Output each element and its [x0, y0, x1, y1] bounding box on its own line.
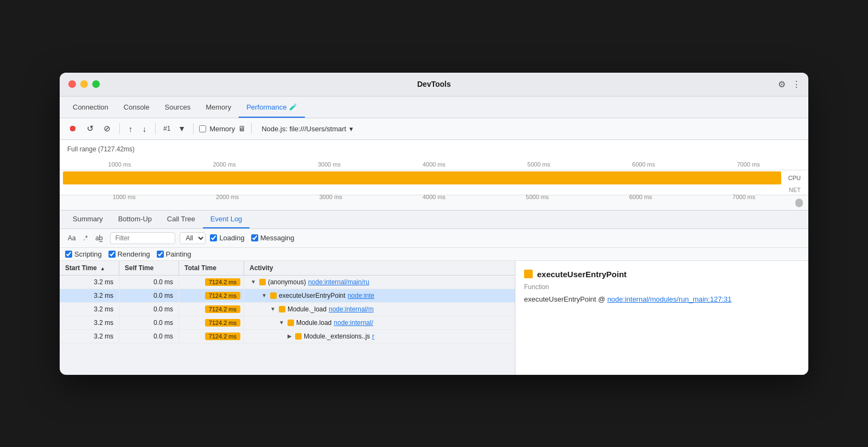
loading-checkbox[interactable] — [210, 234, 217, 241]
titlebar-actions: ⚙ ⋮ — [778, 79, 801, 90]
filter-input[interactable] — [110, 232, 175, 244]
tab-bottom-up[interactable]: Bottom-Up — [111, 210, 159, 228]
cell-activity-0: ▼ (anonymous) node:internal/main/ru — [244, 276, 515, 289]
table-row[interactable]: 3.2 ms 0.0 ms 7124.2 ms ▼ Module.load no… — [60, 316, 515, 330]
timeline-full-range: Full range (7127.42ms) — [60, 143, 808, 154]
table-row[interactable]: 3.2 ms 0.0 ms 7124.2 ms ▼ Module._load n… — [60, 303, 515, 316]
cell-start-2: 3.2 ms — [60, 303, 119, 316]
memory-label[interactable]: Memory — [209, 125, 235, 133]
expand-btn-1[interactable]: ▼ — [260, 292, 268, 298]
ruler2-tick-4: 4000 ms — [423, 194, 445, 200]
filter-check-loading[interactable]: Loading — [210, 234, 244, 242]
clear-button[interactable]: ⊘ — [100, 122, 114, 136]
ruler2-tick-1: 1000 ms — [113, 194, 136, 200]
activity-icon-1 — [270, 292, 277, 299]
sort-arrow-start: ▲ — [100, 266, 105, 271]
panel-tabs: Summary Bottom-Up Call Tree Event Log — [60, 210, 808, 229]
total-time-badge-3: 7124.2 ms — [205, 319, 240, 327]
minimize-button[interactable] — [80, 80, 88, 88]
cell-activity-4: ▶ Module._extensions..js r — [244, 330, 515, 343]
activity-name-3: Module.load — [296, 319, 331, 327]
download-button[interactable]: ↓ — [139, 122, 150, 136]
cell-total-4: 7124.2 ms — [179, 330, 244, 343]
cell-start-3: 3.2 ms — [60, 316, 119, 329]
cell-total-2: 7124.2 ms — [179, 303, 244, 316]
upload-button[interactable]: ↑ — [125, 122, 136, 136]
activity-link-4[interactable]: r — [372, 333, 374, 340]
detail-subtitle: Function — [524, 283, 800, 291]
activity-icon-4 — [295, 333, 302, 340]
filter-check-messaging[interactable]: Messaging — [251, 234, 295, 242]
table-header: Start Time ▲ Self Time Total Time Activi… — [60, 261, 515, 276]
activity-icon-2 — [279, 306, 285, 312]
tab-bar: Connection Console Sources Memory Perfor… — [60, 97, 808, 118]
tab-summary[interactable]: Summary — [65, 210, 111, 228]
tab-connection[interactable]: Connection — [65, 96, 116, 118]
filter-category-select[interactable]: All — [180, 232, 206, 244]
record-button[interactable]: ⏺ — [65, 122, 80, 136]
cell-self-2: 0.0 ms — [119, 303, 179, 316]
filter-check-rendering[interactable]: Rendering — [108, 250, 150, 258]
timeline-scrollbar[interactable] — [795, 199, 803, 207]
tab-memory[interactable]: Memory — [198, 96, 239, 118]
filter-case-sensitive[interactable]: Aa — [65, 233, 79, 243]
activity-name-4: Module._extensions..js — [304, 333, 370, 340]
col-header-total[interactable]: Total Time — [179, 261, 244, 275]
node-selector[interactable]: Node.js: file:///Users/stmart ▾ — [261, 125, 353, 133]
maximize-button[interactable] — [92, 80, 100, 88]
tab-performance[interactable]: Performance 🧪 — [239, 96, 304, 118]
filter-check-scripting[interactable]: Scripting — [65, 250, 102, 258]
cell-start-0: 3.2 ms — [60, 276, 119, 289]
ruler-tick-7: 7000 ms — [737, 161, 760, 168]
record-dropdown-button[interactable]: ▼ — [176, 123, 188, 134]
activity-link-3[interactable]: node:internal/ — [334, 319, 373, 327]
more-options-icon[interactable]: ⋮ — [792, 79, 801, 90]
activity-icon-0 — [259, 279, 266, 285]
activity-link-2[interactable]: node:internal/m — [329, 305, 374, 313]
node-selector-text: Node.js: file:///Users/stmart — [261, 125, 346, 133]
col-header-start[interactable]: Start Time ▲ — [60, 261, 119, 275]
filter-text-buttons: Aa .* ab̲ — [65, 233, 106, 243]
tab-call-tree[interactable]: Call Tree — [159, 210, 203, 228]
scripting-checkbox[interactable] — [65, 251, 72, 258]
rendering-checkbox[interactable] — [108, 251, 116, 258]
activity-icon-3 — [288, 320, 294, 326]
messaging-checkbox[interactable] — [251, 234, 258, 241]
expand-btn-2[interactable]: ▼ — [269, 306, 277, 312]
detail-link[interactable]: node:internal/modules/run_main:127:31 — [607, 295, 731, 303]
total-time-badge-1: 7124.2 ms — [205, 292, 240, 299]
cell-self-3: 0.0 ms — [119, 316, 179, 329]
net-label: NET — [789, 187, 801, 193]
col-header-self[interactable]: Self Time — [119, 261, 179, 275]
memory-checkbox[interactable] — [199, 125, 206, 132]
painting-checkbox[interactable] — [157, 251, 164, 258]
tab-event-log[interactable]: Event Log — [203, 210, 250, 228]
ruler-tick-3: 3000 ms — [318, 161, 341, 168]
filter-check-painting[interactable]: Painting — [157, 250, 192, 258]
cell-self-4: 0.0 ms — [119, 330, 179, 343]
cell-start-1: 3.2 ms — [60, 289, 119, 302]
activity-link-1[interactable]: node:inte — [348, 292, 374, 299]
table-row[interactable]: 3.2 ms 0.0 ms 7124.2 ms ▶ Module._extens… — [60, 330, 515, 343]
tab-console[interactable]: Console — [116, 96, 157, 118]
flask-icon: 🧪 — [289, 103, 297, 111]
col-header-activity[interactable]: Activity — [244, 261, 515, 275]
toolbar-divider-4 — [251, 123, 252, 134]
filter-regex[interactable]: .* — [81, 233, 91, 243]
activity-link-0[interactable]: node:internal/main/ru — [308, 278, 369, 286]
table-row[interactable]: 3.2 ms 0.0 ms 7124.2 ms ▼ executeUserEnt… — [60, 289, 515, 303]
filter-whole-word[interactable]: ab̲ — [93, 233, 106, 243]
table-row[interactable]: 3.2 ms 0.0 ms 7124.2 ms ▼ (anonymous) no… — [60, 276, 515, 289]
settings-icon[interactable]: ⚙ — [778, 79, 786, 90]
ruler2-tick-2: 2000 ms — [216, 194, 239, 200]
memory-checkbox-group: Memory 🖥 — [199, 124, 246, 133]
reload-button[interactable]: ↺ — [84, 122, 97, 136]
ruler-tick-5: 5000 ms — [527, 161, 550, 168]
expand-btn-3[interactable]: ▼ — [278, 320, 285, 325]
tab-sources[interactable]: Sources — [157, 96, 198, 118]
timeline-ruler-top: 1000 ms 2000 ms 3000 ms 4000 ms 5000 ms … — [60, 154, 808, 170]
cell-self-0: 0.0 ms — [119, 276, 179, 289]
expand-btn-4[interactable]: ▶ — [286, 333, 293, 339]
close-button[interactable] — [68, 80, 76, 88]
expand-btn-0[interactable]: ▼ — [250, 279, 257, 285]
